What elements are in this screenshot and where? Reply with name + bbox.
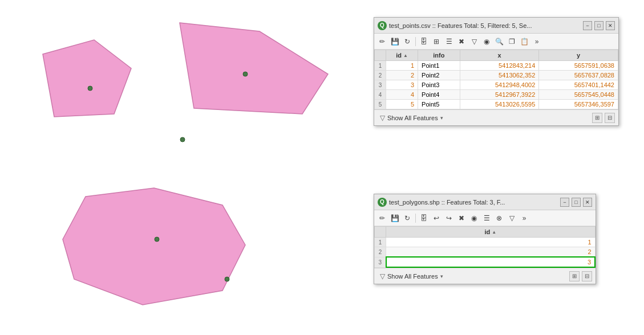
map-svg [0, 0, 359, 335]
cell-info: Point2 [418, 71, 460, 80]
polygons-title-bar: Q test_polygons.shp :: Features Total: 3… [374, 194, 596, 210]
row-number: 4 [375, 90, 386, 100]
polygon-top-center [180, 23, 328, 114]
cell-y: 5657346,3597 [539, 100, 618, 109]
sort-arrow-id: ▲ [403, 53, 408, 58]
new-field-button[interactable]: ☰ [443, 36, 455, 47]
map-canvas [0, 0, 359, 335]
points-footer: ▽ Show All Features ▾ ⊞ ⊟ [374, 109, 618, 125]
select-button[interactable]: ◉ [481, 36, 492, 47]
table-row[interactable]: 55Point55413026,55955657346,3597 [375, 100, 618, 109]
cell-id: 2 [386, 247, 596, 258]
cell-id: 3 [386, 257, 596, 267]
cell-x: 5412843,214 [460, 61, 539, 71]
row-number: 3 [375, 80, 386, 90]
table-row[interactable]: 11Point15412843,2145657591,0638 [375, 61, 618, 71]
delete-field-button[interactable]: ✖ [456, 36, 467, 47]
table-row[interactable]: 11 [375, 238, 596, 247]
poly-minimize-button[interactable]: − [560, 198, 569, 207]
cell-info: Point5 [418, 100, 460, 109]
col-header-id[interactable]: id ▲ [386, 50, 418, 61]
add-feature-button[interactable]: 🗄 [418, 36, 430, 47]
copy-button[interactable]: ❐ [506, 36, 517, 47]
poly-close-button[interactable]: ✕ [583, 198, 592, 207]
poly-undo-button[interactable]: ↩ [431, 213, 442, 224]
cell-x: 5412948,4002 [460, 80, 539, 90]
cell-id: 3 [386, 80, 418, 90]
poly-more-button[interactable]: » [519, 213, 530, 224]
close-button[interactable]: ✕ [606, 21, 615, 30]
poly-select-button[interactable]: ◉ [468, 213, 480, 224]
polygon-top-left [43, 40, 131, 117]
save-edits-button[interactable]: 💾 [389, 36, 400, 47]
col-header-y[interactable]: y [539, 50, 618, 61]
polygons-window-title: test_polygons.shp :: Features Total: 3, … [389, 199, 505, 206]
expand-icon-btn[interactable]: ⊞ [592, 113, 602, 123]
col-header-x[interactable]: x [460, 50, 539, 61]
filter-icon: ▽ [380, 114, 385, 122]
poly-filter-icon: ▽ [380, 272, 385, 280]
poly-redo-button[interactable]: ↪ [443, 213, 455, 224]
point-bottom-left [155, 237, 159, 242]
show-features-button[interactable]: ▽ Show All Features ▾ [378, 113, 445, 123]
polygons-table-body: 112233 [375, 238, 596, 268]
polygons-table-wrapper[interactable]: id ▲ 112233 [374, 226, 596, 268]
filter-button[interactable]: ▽ [468, 36, 480, 47]
paste-button[interactable]: 📋 [519, 36, 530, 47]
polygons-footer-right: ⊞ ⊟ [569, 271, 592, 281]
points-table: id ▲ info x [374, 50, 618, 109]
poly-add-button[interactable]: 🗄 [418, 213, 430, 224]
poly-del-col-button[interactable]: ⊗ [493, 213, 505, 224]
row-number: 2 [375, 247, 386, 258]
row-number: 5 [375, 100, 386, 109]
edit-button[interactable]: ✏ [376, 36, 388, 47]
cell-id: 1 [386, 61, 418, 71]
poly-reload-button[interactable]: ↻ [402, 213, 413, 224]
search-button[interactable]: 🔍 [493, 36, 505, 47]
poly-title-bar-left: Q test_polygons.shp :: Features Total: 3… [378, 198, 505, 207]
points-table-wrapper[interactable]: id ▲ info x [374, 50, 618, 109]
poly-col-header-id[interactable]: id ▲ [386, 227, 596, 238]
sep1 [415, 37, 416, 46]
poly-save-button[interactable]: 💾 [389, 213, 400, 224]
poly-sep1 [415, 214, 416, 223]
point-top-left [88, 86, 92, 91]
table-row[interactable]: 33Point35412948,40025657401,1442 [375, 80, 618, 90]
polygons-table: id ▲ 112233 [374, 226, 596, 268]
cell-id: 4 [386, 90, 418, 100]
poly-filter-button[interactable]: ▽ [506, 213, 517, 224]
table-row[interactable]: 22Point25413062,3525657637,0828 [375, 71, 618, 80]
minimize-button[interactable]: − [583, 21, 592, 30]
col-header-info[interactable]: info [418, 50, 460, 61]
row-number: 2 [375, 71, 386, 80]
table-row[interactable]: 33 [375, 257, 596, 267]
cell-x: 5413026,5595 [460, 100, 539, 109]
poly-sort-arrow-id: ▲ [492, 230, 496, 235]
point-lone [180, 137, 185, 142]
restore-button[interactable]: □ [594, 21, 604, 30]
row-number: 1 [375, 238, 386, 247]
points-footer-right: ⊞ ⊟ [592, 113, 615, 123]
poly-grid-icon-btn[interactable]: ⊟ [582, 271, 592, 281]
poly-delete-button[interactable]: ✖ [456, 213, 467, 224]
points-window: Q test_points.csv :: Features Total: 5, … [374, 17, 619, 126]
poly-show-features-button[interactable]: ▽ Show All Features ▾ [378, 271, 445, 281]
poly-dropdown-arrow: ▾ [440, 273, 443, 279]
grid-icon-btn[interactable]: ⊟ [605, 113, 615, 123]
table-row[interactable]: 44Point45412967,39225657545,0448 [375, 90, 618, 100]
poly-expand-icon-btn[interactable]: ⊞ [569, 271, 580, 281]
poly-show-features-label: Show All Features [387, 273, 438, 280]
delete-feature-button[interactable]: ⊞ [431, 36, 442, 47]
table-row[interactable]: 22 [375, 247, 596, 258]
more-button[interactable]: » [531, 36, 542, 47]
row-number: 3 [375, 257, 386, 267]
points-window-title: test_points.csv :: Features Total: 5, Fi… [389, 22, 532, 29]
title-bar-controls[interactable]: − □ ✕ [583, 21, 615, 30]
poly-cols-button[interactable]: ☰ [481, 213, 492, 224]
poly-title-bar-controls[interactable]: − □ ✕ [560, 198, 592, 207]
cell-info: Point4 [418, 90, 460, 100]
reload-button[interactable]: ↻ [402, 36, 413, 47]
poly-restore-button[interactable]: □ [572, 198, 581, 207]
poly-edit-button[interactable]: ✏ [376, 213, 388, 224]
cell-x: 5413062,352 [460, 71, 539, 80]
